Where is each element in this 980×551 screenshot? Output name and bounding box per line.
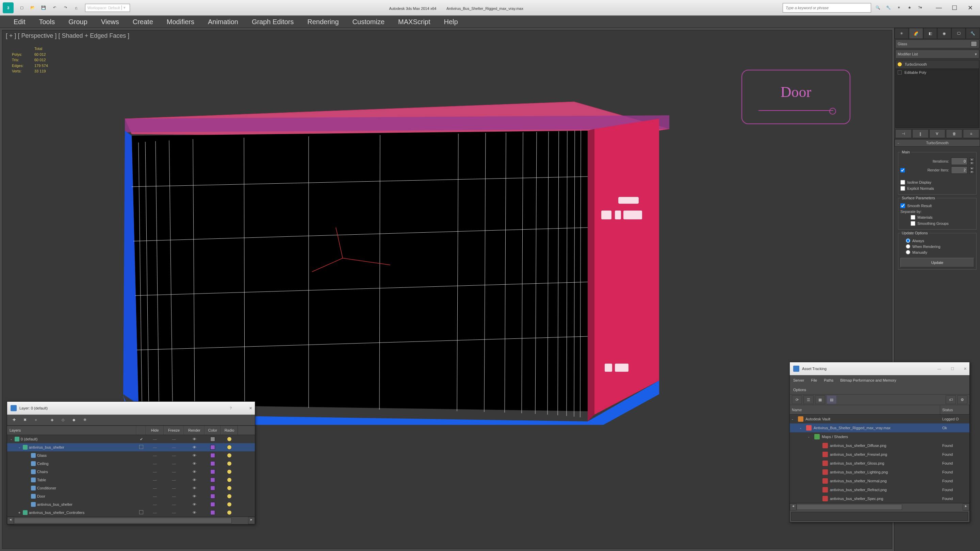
color-swatch[interactable] xyxy=(210,445,215,449)
layers-help-icon[interactable]: ? xyxy=(230,406,232,410)
asset-row[interactable]: antivirus_bus_shelter_Refract.pngFound xyxy=(790,485,969,494)
col-layers[interactable]: Layers xyxy=(7,426,137,435)
menu-graph-editors[interactable]: Graph Editors xyxy=(252,18,294,26)
render-toggle[interactable]: 👁 xyxy=(184,462,205,465)
isoline-checkbox[interactable] xyxy=(900,180,905,185)
color-swatch[interactable] xyxy=(210,502,215,507)
col-render[interactable]: Render xyxy=(184,426,205,435)
hide-toggle[interactable]: — xyxy=(146,437,164,441)
pin-stack-button[interactable]: ⊣ xyxy=(895,129,912,138)
asset-row[interactable]: antivirus_bus_shelter_Lighting.pngFound xyxy=(790,468,969,476)
subscription-icon[interactable]: 🔧 xyxy=(884,3,893,13)
tab-display[interactable]: 🖵 xyxy=(951,28,966,38)
expand-icon[interactable]: - xyxy=(18,445,21,449)
expand-icon[interactable]: - xyxy=(800,426,804,430)
select-highlight-icon[interactable]: ◈ xyxy=(47,416,57,424)
render-toggle[interactable]: 👁 xyxy=(184,437,205,441)
select-children-icon[interactable]: ◇ xyxy=(58,416,68,424)
tab-motion[interactable]: ◉ xyxy=(937,28,951,38)
menu-modifiers[interactable]: Modifiers xyxy=(167,18,194,26)
render-iters-up[interactable]: ▴ xyxy=(969,166,974,170)
color-swatch[interactable] xyxy=(210,494,215,499)
freeze-toggle[interactable]: — xyxy=(164,478,184,482)
menu-create[interactable]: Create xyxy=(133,18,153,26)
render-iters-input[interactable] xyxy=(951,166,967,174)
asset-row[interactable]: antivirus_bus_shelter_Diffuse.pngFound xyxy=(790,441,969,450)
layers-hscrollbar[interactable]: ◂ ▸ xyxy=(7,517,255,524)
menu-views[interactable]: Views xyxy=(101,18,119,26)
asset-tag-icon[interactable]: 🏷 xyxy=(946,395,956,404)
freeze-layer-icon[interactable]: ❄ xyxy=(80,416,89,424)
iterations-up[interactable]: ▴ xyxy=(969,157,974,161)
asset-row[interactable]: antivirus_bus_shelter_Normal.pngFound xyxy=(790,476,969,485)
radio-when-rendering[interactable] xyxy=(906,244,910,249)
freeze-toggle[interactable]: — xyxy=(164,470,184,474)
iterations-input[interactable] xyxy=(951,157,967,165)
layer-row[interactable]: Chairs——👁 xyxy=(7,468,255,476)
render-toggle[interactable]: 👁 xyxy=(184,486,205,490)
viewcube[interactable]: Door xyxy=(741,70,850,124)
asset-settings-icon[interactable]: ⚙ xyxy=(957,395,967,404)
hide-toggle[interactable]: — xyxy=(146,462,164,465)
render-toggle[interactable]: 👁 xyxy=(184,445,205,449)
scroll-right-icon[interactable]: ▸ xyxy=(963,503,969,511)
undo-icon[interactable]: ↶ xyxy=(50,3,59,13)
asset-close-icon[interactable]: ✕ xyxy=(964,367,967,371)
asset-menu-bitmap[interactable]: Bitmap Performance and Memory xyxy=(840,378,896,382)
new-layer-icon[interactable]: ✚ xyxy=(9,416,19,424)
asset-tracking-panel[interactable]: Asset Tracking — ☐ ✕ Server File Paths B… xyxy=(789,362,970,522)
asset-menu-options[interactable]: Options xyxy=(793,388,806,392)
tab-utilities[interactable]: 🔧 xyxy=(966,28,980,38)
expand-icon[interactable]: - xyxy=(808,435,812,439)
color-swatch[interactable] xyxy=(210,453,215,458)
layer-row[interactable]: Conditioner——👁 xyxy=(7,484,255,492)
exchange-icon[interactable]: ✶ xyxy=(894,3,904,13)
favorites-icon[interactable]: ★ xyxy=(905,3,914,13)
render-iters-down[interactable]: ▾ xyxy=(969,170,974,174)
col-asset-name[interactable]: Name xyxy=(790,405,940,414)
object-name-field[interactable]: Glass xyxy=(895,40,979,48)
freeze-toggle[interactable]: — xyxy=(164,437,184,441)
layer-row[interactable]: Glass——👁 xyxy=(7,451,255,459)
scroll-thumb[interactable] xyxy=(14,518,232,524)
radiosity-swatch[interactable] xyxy=(227,494,232,499)
freeze-toggle[interactable]: — xyxy=(164,453,184,457)
freeze-toggle[interactable]: — xyxy=(164,486,184,490)
asset-menu-file[interactable]: File xyxy=(811,378,817,382)
scroll-left-icon[interactable]: ◂ xyxy=(7,517,14,524)
hide-layer-icon[interactable]: ◆ xyxy=(69,416,79,424)
radiosity-swatch[interactable] xyxy=(227,486,232,491)
hide-toggle[interactable]: — xyxy=(146,445,164,449)
viewport-label[interactable]: [ + ] [ Perspective ] [ Shaded + Edged F… xyxy=(6,32,129,40)
smooth-result-checkbox[interactable] xyxy=(900,203,905,208)
menu-customize[interactable]: Customize xyxy=(353,18,385,26)
col-current[interactable] xyxy=(137,426,146,435)
hide-toggle[interactable]: — xyxy=(146,511,164,514)
save-icon[interactable]: 💾 xyxy=(39,3,48,13)
hide-toggle[interactable]: — xyxy=(146,494,164,498)
scroll-left-icon[interactable]: ◂ xyxy=(790,503,797,511)
color-swatch[interactable] xyxy=(210,478,215,482)
color-swatch[interactable] xyxy=(210,510,215,515)
asset-table-icon[interactable]: ▦ xyxy=(815,395,825,404)
menu-group[interactable]: Group xyxy=(68,18,88,26)
menu-edit[interactable]: Edit xyxy=(14,18,25,26)
radiosity-swatch[interactable] xyxy=(227,453,232,458)
asset-row[interactable]: -Autodesk VaultLogged O xyxy=(790,414,969,424)
radiosity-swatch[interactable] xyxy=(227,502,232,507)
close-button[interactable]: ✕ xyxy=(963,3,977,13)
layers-titlebar[interactable]: Layer: 0 (default) ? ✕ xyxy=(7,402,255,414)
layer-row[interactable]: Door——👁 xyxy=(7,492,255,500)
asset-tree-icon[interactable]: ☰ xyxy=(803,395,814,404)
radiosity-swatch[interactable] xyxy=(227,510,232,515)
materials-checkbox[interactable] xyxy=(911,215,915,220)
asset-row[interactable]: -Maps / Shaders xyxy=(790,432,969,441)
render-toggle[interactable]: 👁 xyxy=(184,470,205,474)
layer-row[interactable]: antivirus_bus_shelter——👁 xyxy=(7,500,255,508)
col-freeze[interactable]: Freeze xyxy=(164,426,184,435)
layer-row[interactable]: Ceiling——👁 xyxy=(7,459,255,468)
modifier-list-dropdown[interactable]: Modifier List ▾ xyxy=(895,50,979,59)
asset-row[interactable]: -Antivirus_Bus_Shelter_Rigged_max_vray.m… xyxy=(790,424,969,432)
asset-minimize-icon[interactable]: — xyxy=(937,367,941,371)
menu-rendering[interactable]: Rendering xyxy=(307,18,339,26)
